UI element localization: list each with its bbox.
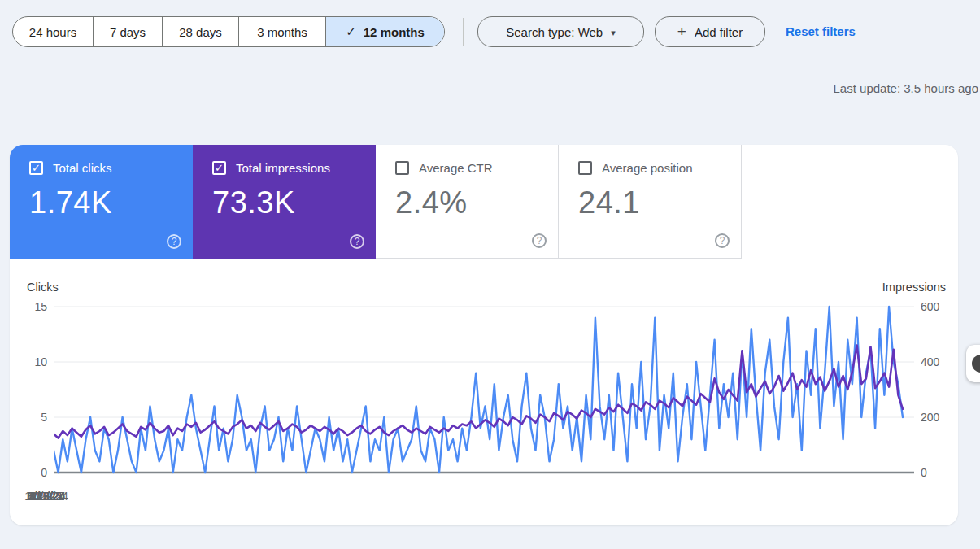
- checkbox-unchecked-icon[interactable]: [395, 161, 409, 175]
- y-axis-tick: 15: [15, 299, 47, 314]
- clicks-line-series: [54, 307, 903, 473]
- metric-value: 73.3K: [212, 185, 361, 220]
- reset-filters-link[interactable]: Reset filters: [786, 24, 856, 38]
- date-range-control: ✓ 24 hours ✓ 7 days ✓ 28 days ✓ 3 months…: [12, 16, 445, 47]
- date-range-label: 28 days: [179, 25, 222, 39]
- divider: [463, 18, 464, 46]
- performance-chart: Clicks Impressions 15 10 5 0 600 400 200…: [10, 259, 958, 525]
- y-axis-tick: 400: [921, 355, 956, 369]
- metric-label: Average position: [602, 161, 692, 175]
- checkbox-checked-icon[interactable]: ✓: [212, 161, 226, 175]
- help-icon[interactable]: ?: [715, 233, 730, 248]
- metric-card-total-clicks[interactable]: ✓ Total clicks 1.74K ?: [10, 145, 193, 259]
- date-range-28-days[interactable]: ✓ 28 days: [163, 17, 239, 46]
- search-type-dropdown[interactable]: Search type: Web ▾: [477, 16, 644, 47]
- last-update-text: Last update: 3.5 hours ago: [834, 81, 978, 95]
- date-range-3-months[interactable]: ✓ 3 months: [239, 17, 326, 46]
- chart-plot[interactable]: [54, 305, 914, 476]
- metric-label: Total impressions: [236, 161, 330, 175]
- help-icon[interactable]: ?: [350, 234, 364, 249]
- metric-card-average-position[interactable]: Average position 24.1 ?: [559, 145, 742, 259]
- y-axis-tick: 5: [15, 410, 47, 425]
- help-icon[interactable]: ?: [167, 234, 181, 249]
- metric-label: Average CTR: [419, 161, 493, 175]
- y-axis-tick: 600: [921, 299, 956, 314]
- y-axis-tick: 10: [15, 355, 47, 369]
- metric-value: 2.4%: [395, 185, 543, 220]
- date-range-7-days[interactable]: ✓ 7 days: [94, 17, 163, 46]
- date-range-12-months[interactable]: ✓ 12 months: [326, 17, 444, 46]
- plus-icon: +: [677, 23, 686, 41]
- performance-panel: ✓ Total clicks 1.74K ? ✓ Total impressio…: [10, 145, 958, 525]
- add-filter-button[interactable]: + Add filter: [655, 16, 765, 47]
- date-range-label: 24 hours: [29, 25, 76, 39]
- metric-value: 1.74K: [29, 185, 178, 220]
- edge-floating-button[interactable]: [966, 345, 980, 382]
- y-axis-tick: 0: [15, 465, 47, 480]
- right-axis-title: Impressions: [882, 281, 946, 294]
- filter-bar: ✓ 24 hours ✓ 7 days ✓ 28 days ✓ 3 months…: [0, 0, 980, 49]
- date-range-label: 3 months: [257, 25, 307, 39]
- metric-value: 24.1: [578, 185, 726, 220]
- x-axis-label: 4/5/25: [10, 490, 83, 503]
- add-filter-label: Add filter: [695, 25, 743, 39]
- check-icon: ✓: [346, 24, 356, 39]
- date-range-label: 12 months: [364, 25, 425, 39]
- metric-card-average-ctr[interactable]: Average CTR 2.4% ?: [376, 145, 559, 259]
- date-range-label: 7 days: [110, 25, 146, 39]
- search-type-label: Search type: Web: [506, 25, 603, 39]
- edge-button-icon: [972, 355, 980, 373]
- metric-label: Total clicks: [53, 161, 112, 175]
- y-axis-tick: 0: [921, 465, 956, 480]
- help-icon[interactable]: ?: [532, 233, 547, 248]
- metric-card-total-impressions[interactable]: ✓ Total impressions 73.3K ?: [193, 145, 376, 259]
- chevron-down-icon: ▾: [611, 28, 616, 38]
- metric-cards-row: ✓ Total clicks 1.74K ? ✓ Total impressio…: [10, 145, 958, 259]
- date-range-24-hours[interactable]: ✓ 24 hours: [13, 17, 94, 46]
- checkbox-unchecked-icon[interactable]: [578, 161, 592, 175]
- checkbox-checked-icon[interactable]: ✓: [29, 161, 43, 175]
- y-axis-tick: 200: [921, 410, 956, 425]
- left-axis-title: Clicks: [27, 281, 59, 294]
